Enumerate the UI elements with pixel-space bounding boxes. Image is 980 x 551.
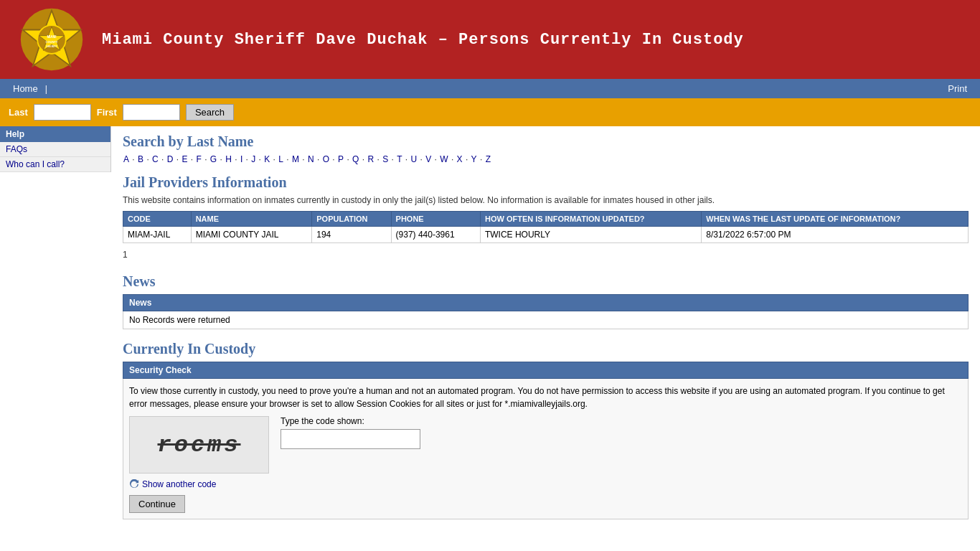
alpha-separator: ·	[174, 154, 181, 164]
sidebar-item-who-can-i-call[interactable]: Who can I call?	[0, 157, 110, 172]
faqs-link[interactable]: FAQs	[6, 144, 27, 154]
jail-providers-heading: Jail Providers Information	[123, 174, 969, 191]
security-check-header: Security Check	[123, 362, 969, 379]
jail-providers-desc: This website contains information on inm…	[123, 195, 969, 205]
sheriff-badge-icon: MIAMI COUNTY SHERIFF	[19, 7, 84, 72]
refresh-icon	[129, 479, 139, 489]
table-row: MIAM-JAILMIAMI COUNTY JAIL194(937) 440-3…	[123, 227, 969, 243]
alpha-link-G[interactable]: G	[210, 154, 217, 164]
news-no-records: No Records were returned	[123, 311, 969, 329]
alpha-link-Y[interactable]: Y	[471, 154, 477, 164]
alpha-link-Q[interactable]: Q	[352, 154, 359, 164]
alpha-link-L[interactable]: L	[278, 154, 283, 164]
alpha-link-B[interactable]: B	[138, 154, 143, 164]
alpha-link-M[interactable]: M	[292, 154, 299, 164]
currently-in-custody-heading: Currently In Custody	[123, 341, 969, 357]
alpha-link-E[interactable]: E	[182, 154, 187, 164]
alpha-link-N[interactable]: N	[308, 154, 314, 164]
alpha-separator: ·	[159, 154, 166, 164]
last-name-input[interactable]	[34, 104, 91, 121]
alpha-separator: ·	[463, 154, 471, 164]
col-update-freq: HOW OFTEN IS INFORMATION UPDATED?	[480, 212, 701, 227]
alpha-separator: ·	[188, 154, 195, 164]
alpha-link-C[interactable]: C	[152, 154, 159, 164]
alpha-separator: ·	[374, 154, 382, 164]
alpha-link-F[interactable]: F	[196, 154, 201, 164]
alpha-separator: ·	[217, 154, 225, 164]
content-area: Search by Last Name A · B · C · D · E · …	[111, 126, 980, 527]
alphabet-links: A · B · C · D · E · F · G · H · I · J · …	[123, 154, 969, 164]
security-check-body: To view those currently in custody, you …	[123, 379, 969, 519]
captcha-input-area: Type the code shown:	[281, 416, 420, 449]
col-phone: PHONE	[391, 212, 480, 227]
alpha-link-Z[interactable]: Z	[486, 154, 491, 164]
continue-button[interactable]: Continue	[129, 495, 185, 513]
who-can-i-call-link[interactable]: Who can I call?	[6, 159, 65, 169]
search-button[interactable]: Search	[186, 104, 234, 121]
news-heading: News	[123, 273, 969, 290]
col-code: CODE	[123, 212, 192, 227]
sidebar: Help FAQs Who can I call?	[0, 126, 111, 172]
site-title: Miami County Sheriff Dave Duchak – Perso…	[102, 31, 971, 49]
alpha-link-X[interactable]: X	[457, 154, 463, 164]
title-area: Miami County Sheriff Dave Duchak – Perso…	[95, 31, 971, 49]
alpha-link-H[interactable]: H	[225, 154, 232, 164]
nav-bar: Home | Print	[0, 79, 980, 98]
alpha-link-W[interactable]: W	[440, 154, 448, 164]
alpha-separator: ·	[418, 154, 425, 164]
alpha-separator: ·	[270, 154, 278, 164]
alpha-separator: ·	[284, 154, 291, 164]
alpha-separator: ·	[232, 154, 240, 164]
svg-text:SHERIFF: SHERIFF	[46, 45, 57, 48]
search-bar: Last First Search	[0, 98, 980, 126]
alpha-separator: ·	[256, 154, 263, 164]
alpha-separator: ·	[359, 154, 367, 164]
alpha-link-D[interactable]: D	[167, 154, 174, 164]
alpha-separator: ·	[202, 154, 209, 164]
alpha-link-R[interactable]: R	[367, 154, 374, 164]
show-another-code-link[interactable]: Show another code	[129, 479, 962, 489]
alpha-separator: ·	[449, 154, 456, 164]
alpha-separator: ·	[403, 154, 410, 164]
alpha-link-U[interactable]: U	[411, 154, 418, 164]
alpha-link-A[interactable]: A	[123, 154, 129, 164]
footer: MONTGOMERY COUNTY ©2001- 2022 Board of C…	[0, 541, 980, 551]
alpha-link-P[interactable]: P	[338, 154, 344, 164]
alpha-link-K[interactable]: K	[264, 154, 270, 164]
svg-text:MIAMI: MIAMI	[47, 35, 56, 39]
alpha-separator: ·	[144, 154, 151, 164]
security-warning-text: To view those currently in custody, you …	[129, 385, 962, 410]
search-by-last-name-heading: Search by Last Name	[123, 133, 969, 150]
main-layout: Help FAQs Who can I call? Search by Last…	[0, 126, 980, 527]
alpha-link-J[interactable]: J	[251, 154, 255, 164]
alpha-separator: ·	[243, 154, 250, 164]
alpha-link-T[interactable]: T	[397, 154, 402, 164]
svg-text:COUNTY: COUNTY	[45, 40, 57, 44]
first-name-input[interactable]	[123, 104, 180, 121]
captcha-image: rocms	[129, 416, 269, 474]
col-last-update: WHEN WAS THE LAST UPDATE OF INFORMATION?	[702, 212, 969, 227]
alpha-separator: ·	[315, 154, 322, 164]
alpha-link-I[interactable]: I	[240, 154, 242, 164]
last-name-label: Last	[9, 107, 28, 118]
sidebar-item-faqs[interactable]: FAQs	[0, 142, 110, 157]
alpha-separator: ·	[330, 154, 337, 164]
alpha-separator: ·	[130, 154, 137, 164]
captcha-area: rocms Type the code shown:	[129, 416, 962, 474]
nav-divider: |	[45, 84, 47, 94]
home-link[interactable]: Home	[9, 82, 42, 95]
alpha-link-V[interactable]: V	[425, 154, 431, 164]
captcha-input[interactable]	[281, 429, 420, 449]
first-name-label: First	[97, 107, 117, 118]
logo-area: MIAMI COUNTY SHERIFF	[9, 7, 95, 72]
jail-table-footer: 1	[123, 248, 969, 262]
col-name: NAME	[191, 212, 312, 227]
alpha-separator: ·	[344, 154, 352, 164]
show-another-code-label: Show another code	[142, 479, 216, 489]
page-header: MIAMI COUNTY SHERIFF Miami County Sherif…	[0, 0, 980, 79]
alpha-separator: ·	[432, 154, 439, 164]
alpha-link-S[interactable]: S	[382, 154, 388, 164]
alpha-separator: ·	[478, 154, 485, 164]
alpha-link-O[interactable]: O	[323, 154, 329, 164]
print-link[interactable]: Print	[943, 82, 971, 95]
